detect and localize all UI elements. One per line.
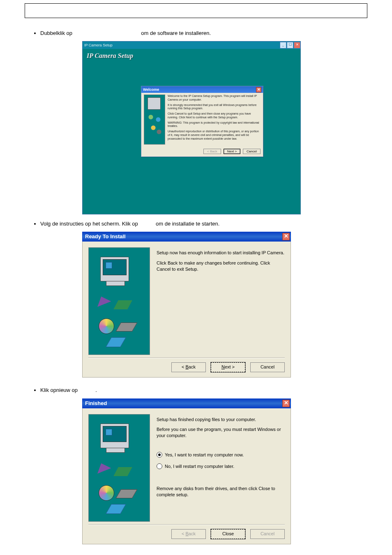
fin-p3: Remove any disks from their drives, and …	[157, 486, 285, 498]
radio-icon	[157, 452, 162, 458]
ready-p1: Setup now has enough information to star…	[157, 250, 285, 256]
radio-icon	[157, 463, 162, 469]
back-button[interactable]: < Back	[171, 362, 206, 372]
close-icon[interactable]: ✕	[282, 233, 290, 240]
back-button: < Back	[203, 149, 221, 154]
welcome-text: Welcome to the IP Camera Setup program. …	[168, 94, 261, 145]
close-button[interactable]: ✕	[294, 42, 300, 48]
radio-restart-later[interactable]: No, I will restart my computer later.	[157, 463, 285, 469]
instruction-2: Volg de instructies op het scherm. Klik …	[40, 220, 367, 228]
welcome-side-graphic	[144, 94, 165, 145]
cancel-button[interactable]: Cancel	[250, 362, 285, 372]
dialog-title: Finished	[85, 399, 107, 408]
cancel-button[interactable]: Cancel	[243, 149, 261, 154]
instruction-3: Klik opnieuw op .	[40, 387, 367, 394]
radio-restart-now[interactable]: Yes, I want to restart my computer now.	[157, 452, 285, 458]
document-header-box	[25, 3, 367, 18]
close-icon[interactable]: ✕	[282, 400, 290, 407]
welcome-dialog: Welcome ✕ Welcome to the IP Camera Setup…	[141, 86, 263, 157]
welcome-p4: WARNING: This program is protected by co…	[168, 121, 261, 129]
dialog-side-graphic	[88, 247, 150, 355]
next-button[interactable]: Next >	[211, 362, 245, 372]
instr3-b: .	[95, 387, 97, 393]
instr2-b: om de installatie te starten.	[156, 221, 219, 227]
dialog-text: Setup has finished copying files to your…	[157, 414, 285, 522]
welcome-p2: It is strongly recommended that you exit…	[168, 104, 261, 111]
instr1-a: Dubbelklik op	[40, 30, 72, 36]
cancel-button: Cancel	[250, 529, 285, 539]
screenshot-ready-to-install: Ready To Install ✕ Setup now has enough …	[82, 232, 291, 378]
close-icon[interactable]: ✕	[256, 87, 261, 92]
instruction-1: Dubbelklik op om de software te installe…	[40, 30, 367, 37]
screenshot-finished: Finished ✕ Setup has finished copying fi…	[82, 398, 291, 544]
setup-heading: IP Camera Setup	[87, 52, 296, 60]
setup-window-title: IP Camera Setup	[84, 43, 113, 47]
close-button[interactable]: Close	[211, 529, 245, 539]
fin-p2: Before you can use the program, you must…	[157, 426, 285, 439]
instr1-b: om de software te installeren.	[141, 30, 211, 36]
welcome-p3: Click Cancel to quit Setup and then clos…	[168, 112, 261, 120]
welcome-p1: Welcome to the IP Camera Setup program. …	[168, 94, 261, 102]
ready-p2: Click Back to make any changes before co…	[157, 260, 285, 272]
radio-yes-label: Yes, I want to restart my computer now.	[165, 452, 244, 457]
maximize-button[interactable]: ☐	[287, 42, 293, 48]
welcome-p5: Unauthorized reproduction or distributio…	[168, 130, 261, 140]
dialog-side-graphic	[88, 414, 150, 522]
back-button: < Back	[171, 529, 206, 539]
dialog-text: Setup now has enough information to star…	[157, 247, 285, 355]
dialog-title: Ready To Install	[85, 232, 126, 241]
screenshot-setup-welcome: IP Camera Setup _ ☐ ✕ IP Camera Setup We…	[82, 41, 301, 214]
minimize-button[interactable]: _	[280, 42, 286, 48]
welcome-dialog-title: Welcome	[143, 86, 159, 93]
radio-no-label: No, I will restart my computer later.	[165, 464, 234, 469]
fin-p1: Setup has finished copying files to your…	[157, 417, 285, 423]
next-button[interactable]: Next >	[224, 149, 240, 154]
instr3-a: Klik opnieuw op	[40, 387, 78, 393]
instr2-a: Volg de instructies op het scherm. Klik …	[40, 221, 138, 227]
setup-window-titlebar: IP Camera Setup _ ☐ ✕	[83, 41, 300, 49]
